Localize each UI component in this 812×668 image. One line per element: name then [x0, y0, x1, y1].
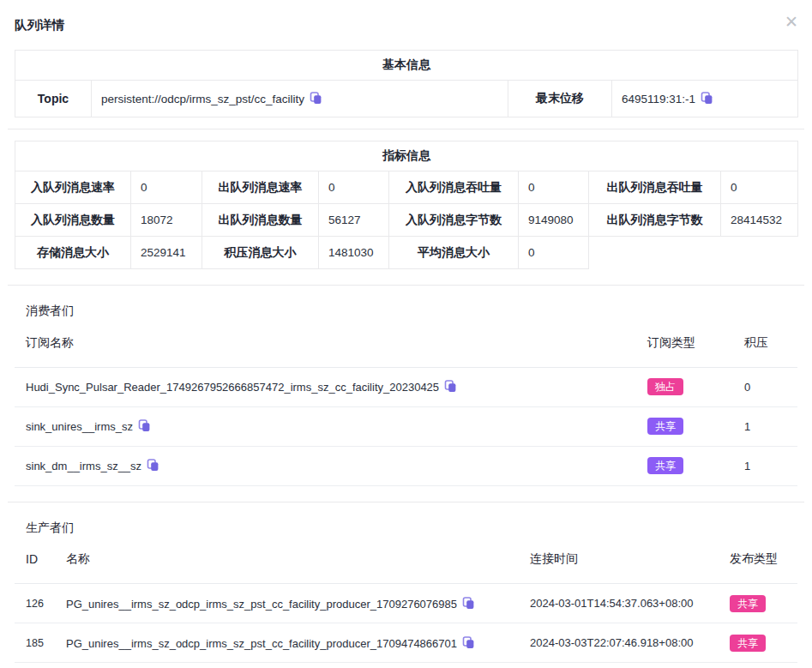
copy-icon[interactable] [462, 597, 475, 610]
producers-table: ID 名称 连接时间 发布类型 126 PG_unires__irms_sz_o… [15, 536, 797, 664]
table-row: 入队列消息速率 0 出队列消息速率 0 入队列消息吞吐量 0 出队列消息吞吐量 … [15, 172, 798, 204]
table-row: sink_unires__irms_sz 共享 1 [15, 406, 797, 446]
status-badge: 独占 [647, 378, 683, 395]
empty-cell [589, 237, 798, 269]
table-header-row: ID 名称 连接时间 发布类型 [15, 536, 797, 584]
subscription-type-cell: 独占 [635, 367, 733, 406]
subscription-type-cell: 共享 [635, 406, 733, 446]
basic-info-caption: 基本信息 [15, 51, 798, 81]
status-badge: 共享 [647, 418, 683, 435]
status-badge: 共享 [730, 595, 766, 612]
subscription-name-text: sink_unires__irms_sz [26, 420, 133, 433]
metric-label: 入队列消息数量 [15, 204, 131, 237]
col-connect-time: 连接时间 [523, 536, 719, 584]
status-badge: 共享 [647, 457, 683, 474]
page-title: 队列详情 [15, 17, 64, 33]
table-row: 126 PG_unires__irms_sz_odcp_irms_sz_pst_… [15, 584, 797, 623]
metric-value: 0 [319, 172, 389, 204]
copy-icon[interactable] [701, 92, 713, 105]
queue-detail-modal: 队列详情 ✕ 基本信息 Topic persistent://odcp/irms… [0, 0, 812, 668]
metric-value: 1481030 [319, 237, 389, 269]
metric-label: 出队列消息吞吐量 [589, 172, 721, 204]
producers-section-title: 生产者们 [26, 521, 812, 536]
metric-value: 0 [131, 172, 202, 204]
subscription-name-text: Hudi_Sync_Pulsar_Reader_1749267952666857… [26, 381, 439, 394]
table-row: 存储消息大小 2529141 积压消息大小 1481030 平均消息大小 0 [15, 237, 798, 269]
divider [8, 502, 804, 503]
metric-label: 积压消息大小 [202, 237, 319, 269]
metric-label: 存储消息大小 [15, 237, 131, 269]
producer-name: PG_unires__irms_sz_odcp_irms_sz_pst_cc_f… [55, 584, 523, 623]
metric-label: 入队列消息速率 [15, 172, 131, 204]
metric-value: 0 [519, 172, 589, 204]
metric-label: 入队列消息字节数 [389, 204, 519, 237]
copy-icon[interactable] [147, 459, 159, 472]
copy-icon[interactable] [310, 92, 322, 105]
modal-header: 队列详情 ✕ [0, 0, 812, 33]
table-row: Topic persistent://odcp/irms_sz_pst/cc_f… [15, 81, 798, 117]
divider [8, 285, 804, 286]
metric-value: 0 [721, 172, 798, 204]
col-subscription-name: 订阅名称 [15, 319, 635, 367]
metric-value: 18072 [131, 204, 202, 237]
subscription-name: sink_unires__irms_sz [15, 406, 635, 446]
copy-icon[interactable] [444, 380, 457, 393]
metric-label: 出队列消息字节数 [589, 204, 721, 237]
metric-value: 0 [519, 237, 589, 269]
subscription-name-text: sink_dm__irms_sz__sz [26, 460, 141, 472]
col-backlog: 积压 [733, 319, 797, 367]
metric-label: 平均消息大小 [389, 237, 519, 269]
topic-value: persistent://odcp/irms_sz_pst/cc_facilit… [92, 81, 508, 117]
producer-name-text: PG_unires__irms_sz_odcp_irms_sz_pst_cc_f… [66, 598, 457, 611]
table-row: 入队列消息数量 18072 出队列消息数量 56127 入队列消息字节数 914… [15, 204, 798, 237]
last-offset-value: 6495119:31:-1 [612, 81, 798, 117]
consumers-table: 订阅名称 订阅类型 积压 Hudi_Sync_Pulsar_Reader_174… [15, 319, 797, 486]
backlog-value: 0 [733, 367, 797, 406]
status-badge: 共享 [730, 635, 766, 652]
producer-connect-time: 2024-03-03T22:07:46.918+08:00 [523, 623, 719, 663]
basic-info-table: 基本信息 Topic persistent://odcp/irms_sz_pst… [15, 50, 798, 117]
producer-name-text: PG_unires__irms_sz_odcp_irms_sz_pst_cc_f… [66, 637, 457, 650]
copy-icon[interactable] [138, 419, 151, 432]
table-row: 185 PG_unires__irms_sz_odcp_irms_sz_pst_… [15, 623, 797, 663]
metric-value: 2529141 [131, 237, 202, 269]
metric-value: 28414532 [721, 204, 798, 237]
metrics-table: 指标信息 入队列消息速率 0 出队列消息速率 0 入队列消息吞吐量 0 出队列消… [15, 141, 798, 269]
close-icon[interactable]: ✕ [785, 15, 798, 29]
producer-type-cell: 共享 [719, 623, 797, 663]
producer-name: PG_unires__irms_sz_odcp_irms_sz_pst_cc_f… [55, 623, 523, 663]
table-row: Hudi_Sync_Pulsar_Reader_1749267952666857… [15, 367, 797, 406]
col-name: 名称 [55, 536, 523, 584]
producer-id: 185 [15, 623, 55, 663]
producer-id: 126 [15, 584, 55, 623]
col-subscription-type: 订阅类型 [635, 319, 733, 367]
table-row: sink_dm__irms_sz__sz 共享 1 [15, 446, 797, 485]
producer-connect-time: 2024-03-01T14:54:37.063+08:00 [523, 584, 719, 623]
col-id: ID [15, 536, 55, 584]
metric-label: 出队列消息速率 [202, 172, 319, 204]
metric-value: 9149080 [519, 204, 589, 237]
subscription-name: sink_dm__irms_sz__sz [15, 446, 635, 485]
topic-value-text: persistent://odcp/irms_sz_pst/cc_facilit… [101, 93, 304, 105]
col-publish-type: 发布类型 [719, 536, 797, 584]
subscription-name: Hudi_Sync_Pulsar_Reader_1749267952666857… [15, 367, 635, 406]
last-offset-label: 最末位移 [508, 81, 612, 117]
subscription-type-cell: 共享 [635, 446, 733, 485]
producer-type-cell: 共享 [719, 584, 797, 623]
copy-icon[interactable] [462, 636, 475, 649]
last-offset-value-text: 6495119:31:-1 [622, 93, 695, 105]
backlog-value: 1 [733, 406, 797, 446]
divider [8, 129, 804, 129]
metrics-caption: 指标信息 [15, 141, 798, 172]
backlog-value: 1 [733, 446, 797, 485]
consumers-section-title: 消费者们 [26, 304, 812, 319]
metric-label: 入队列消息吞吐量 [389, 172, 519, 204]
topic-label: Topic [15, 81, 92, 117]
table-header-row: 订阅名称 订阅类型 积压 [15, 319, 797, 367]
metric-value: 56127 [319, 204, 389, 237]
metric-label: 出队列消息数量 [202, 204, 319, 237]
